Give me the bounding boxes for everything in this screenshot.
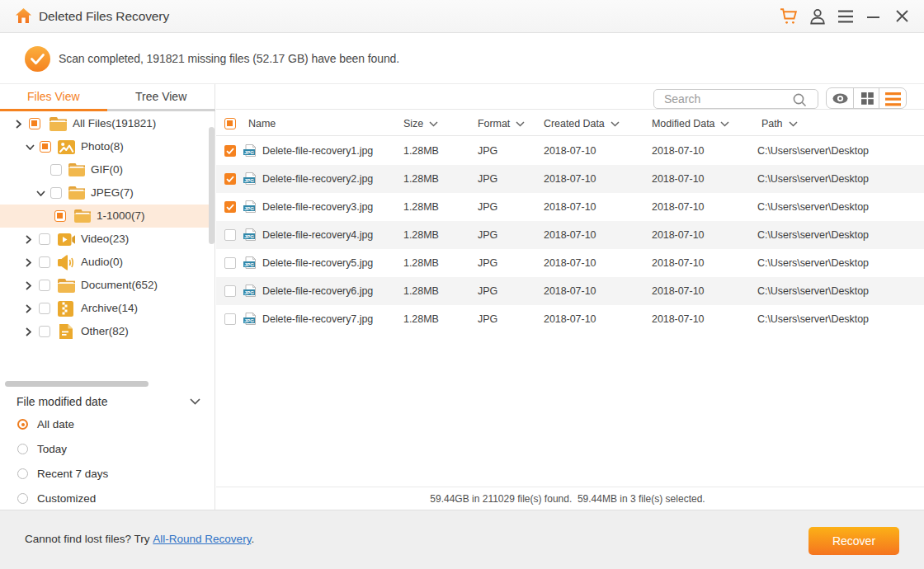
svg-text:JPG: JPG — [244, 178, 254, 183]
svg-text:JPG: JPG — [244, 150, 254, 155]
svg-text:JPG: JPG — [244, 290, 254, 295]
svg-text:JPG: JPG — [244, 206, 254, 211]
svg-text:JPG: JPG — [244, 234, 254, 239]
svg-text:JPG: JPG — [244, 262, 254, 267]
svg-text:JPG: JPG — [244, 318, 254, 323]
